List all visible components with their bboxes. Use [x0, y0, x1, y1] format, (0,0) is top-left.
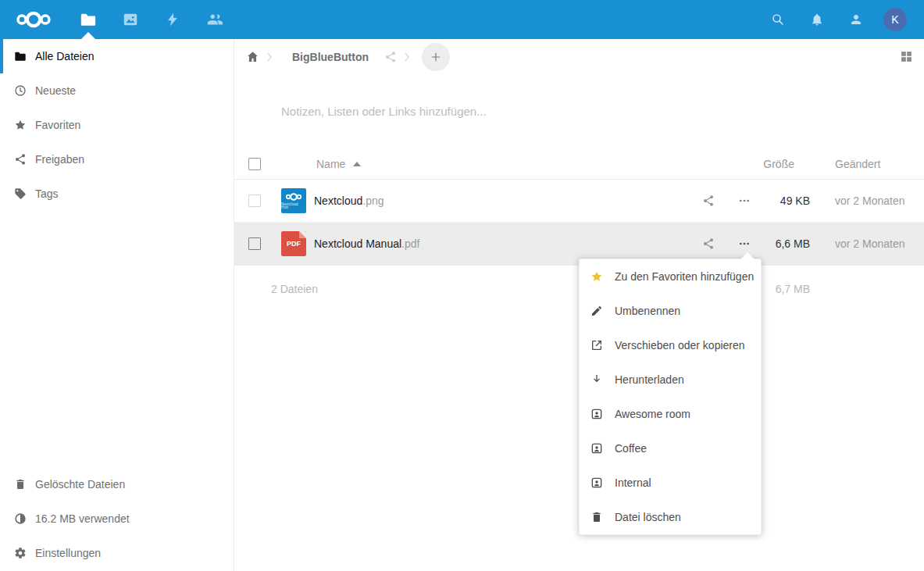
trash-icon	[590, 511, 603, 523]
menu-item-label: Herunterladen	[615, 373, 684, 386]
file-modified: vor 2 Monaten	[810, 237, 924, 250]
row-actions-button[interactable]	[726, 237, 763, 250]
menu-item-rename[interactable]: Umbenennen	[580, 294, 761, 328]
menu-item-delete-file[interactable]: Datei löschen	[580, 500, 761, 534]
sidebar-item-label: Tags	[35, 187, 59, 200]
star-icon	[590, 270, 603, 283]
grid-view-toggle-button[interactable]	[900, 50, 913, 63]
sidebar-item-quota[interactable]: 16.2 MB verwendet	[0, 501, 234, 536]
select-all-checkbox[interactable]	[248, 158, 261, 170]
app-photos-button[interactable]	[109, 0, 152, 39]
app-files-button[interactable]	[67, 0, 109, 39]
chevron-right-icon	[400, 50, 414, 64]
file-name[interactable]: Nextcloud.png	[314, 194, 691, 207]
row-share-button[interactable]	[691, 194, 726, 207]
avatar-initial: K	[891, 13, 898, 26]
person-icon	[849, 12, 863, 27]
three-dots-icon	[738, 237, 751, 250]
menu-item-room-coffee[interactable]: Coffee	[580, 431, 761, 466]
row-actions-button[interactable]	[726, 194, 763, 207]
menu-item-label: Verschieben oder kopieren	[615, 339, 745, 352]
menu-item-label: Datei löschen	[615, 511, 681, 523]
sidebar: Alle Dateien Neueste Favoriten Freigaben	[0, 39, 234, 571]
menu-item-label: Zu den Favoriten hinzufügen	[615, 270, 754, 283]
menu-item-room-awesome-room[interactable]: Awesome room	[580, 397, 761, 431]
room-icon	[590, 408, 603, 420]
file-size: 6,6 MB	[763, 237, 810, 250]
file-count: 2 Dateien	[271, 283, 318, 295]
sidebar-item-deleted-files[interactable]: Gelöschte Dateien	[0, 467, 234, 501]
room-icon	[590, 476, 603, 489]
new-file-button[interactable]	[422, 43, 450, 71]
row-select-cell	[234, 194, 281, 207]
file-name[interactable]: Nextcloud Manual.pdf	[314, 237, 691, 250]
notes-input[interactable]: Notizen, Listen oder Links hinzufügen...	[234, 74, 924, 148]
menu-item-room-internal[interactable]: Internal	[580, 466, 761, 500]
sidebar-item-favorites[interactable]: Favoriten	[0, 108, 234, 142]
breadcrumb-folder[interactable]: BigBlueButton	[292, 51, 369, 63]
menu-item-add-to-favorites[interactable]: Zu den Favoriten hinzufügen	[580, 259, 761, 294]
pencil-icon	[590, 305, 603, 317]
sidebar-item-label: Alle Dateien	[35, 50, 95, 62]
row-checkbox[interactable]	[248, 237, 261, 250]
three-dots-icon	[738, 194, 751, 207]
notifications-button[interactable]	[797, 0, 837, 39]
file-size: 49 KB	[763, 194, 810, 207]
file-extension: .png	[362, 194, 384, 207]
chevron-right-icon	[262, 50, 276, 64]
menu-item-label: Umbenennen	[615, 305, 680, 317]
folded-corner	[299, 231, 306, 238]
top-bar: K	[0, 0, 924, 39]
column-header-name[interactable]: Name	[316, 158, 361, 170]
top-right-actions: K	[758, 0, 915, 39]
sidebar-item-tags[interactable]: Tags	[0, 177, 234, 211]
star-icon	[14, 119, 27, 131]
sidebar-item-settings[interactable]: Einstellungen	[0, 536, 234, 570]
menu-item-move-or-copy[interactable]: Verschieben oder kopieren	[580, 328, 761, 362]
app-navigation	[67, 0, 236, 39]
row-select-cell	[234, 237, 281, 250]
tag-icon	[14, 187, 27, 200]
contacts-menu-button[interactable]	[837, 0, 876, 39]
app-contacts-button[interactable]	[194, 0, 236, 39]
trash-icon	[14, 478, 27, 491]
sidebar-item-recent[interactable]: Neueste	[0, 73, 234, 108]
menu-item-download[interactable]: Herunterladen	[580, 362, 761, 397]
name-header-label: Name	[316, 158, 345, 170]
select-all-cell	[234, 158, 281, 170]
breadcrumb-share-icon[interactable]	[384, 51, 397, 63]
row-share-button[interactable]	[691, 237, 726, 250]
column-header-modified[interactable]: Geändert	[810, 158, 924, 170]
file-extension: .pdf	[401, 237, 419, 250]
menu-item-label: Awesome room	[615, 408, 690, 420]
people-icon	[206, 11, 223, 28]
thumbnail-label: Nextcloud Hub	[281, 203, 306, 210]
table-header-row: Name Größe Geändert	[234, 148, 924, 180]
home-icon[interactable]	[246, 50, 259, 63]
app-activity-button[interactable]	[152, 0, 194, 39]
breadcrumb: BigBlueButton	[234, 39, 924, 74]
nextcloud-logo-icon[interactable]	[16, 9, 52, 30]
table-row[interactable]: Nextcloud Hub Nextcloud.png 49 KB vor 2 …	[234, 180, 924, 223]
sidebar-item-shares[interactable]: Freigaben	[0, 142, 234, 177]
move-copy-icon	[590, 339, 603, 352]
search-button[interactable]	[758, 0, 797, 39]
grid-icon	[900, 50, 913, 63]
lightning-icon	[165, 11, 180, 28]
folder-icon	[80, 11, 97, 28]
menu-caret	[740, 252, 755, 259]
sort-ascending-icon	[353, 162, 361, 166]
clock-icon	[14, 84, 27, 97]
notes-placeholder: Notizen, Listen oder Links hinzufügen...	[281, 105, 487, 118]
column-header-size[interactable]: Größe	[763, 158, 810, 170]
pdf-file-icon: PDF	[281, 231, 306, 256]
file-basename: Nextcloud Manual	[314, 237, 401, 250]
total-size: 6,7 MB	[763, 283, 810, 295]
file-actions-menu: Zu den Favoriten hinzufügen Umbenennen V…	[579, 259, 762, 535]
user-menu-button[interactable]: K	[876, 0, 915, 39]
sidebar-item-all-files[interactable]: Alle Dateien	[0, 39, 234, 73]
sidebar-footer: Gelöschte Dateien 16.2 MB verwendet Eins…	[0, 467, 234, 571]
sidebar-item-label: Favoriten	[35, 119, 80, 131]
folder-icon	[14, 50, 27, 62]
row-checkbox[interactable]	[248, 194, 261, 207]
